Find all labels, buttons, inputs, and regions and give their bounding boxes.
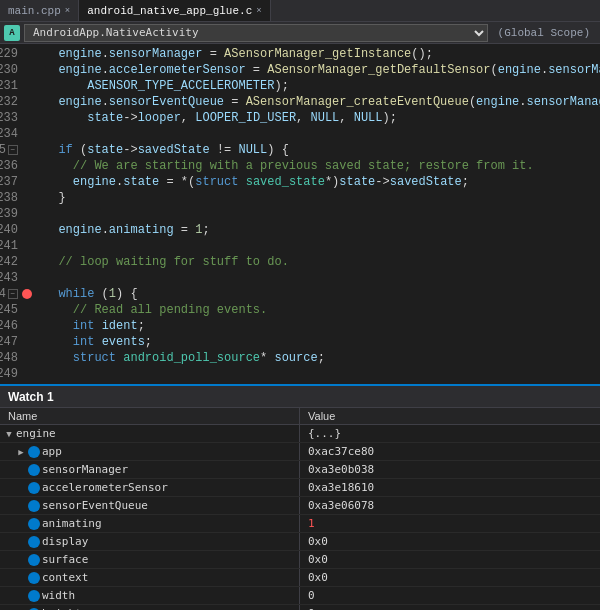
watch-value-width: 0 <box>300 587 600 604</box>
code-line-239 <box>44 206 600 222</box>
watch-table: Name Value ▼ engine {...} ▶ app 0xac37ce… <box>0 408 600 610</box>
code-line-238: } <box>44 190 600 206</box>
code-line-230: engine.accelerometerSensor = ASensorMana… <box>44 62 600 78</box>
toolbar-class-icon: A <box>4 25 20 41</box>
watch-name-accelerometersensor: accelerometerSensor <box>0 479 300 496</box>
tab-main-cpp[interactable]: main.cpp × <box>0 0 79 21</box>
watch-name-surface: surface <box>0 551 300 568</box>
watch-row-context[interactable]: context 0x0 <box>0 569 600 587</box>
code-line-247: int events; <box>44 334 600 350</box>
watch-name-width: width <box>0 587 300 604</box>
watch-row-width[interactable]: width 0 <box>0 587 600 605</box>
watch-name-height: height <box>0 605 300 610</box>
toolbar: A AndroidApp.NativeActivity (Global Scop… <box>0 22 600 44</box>
tab-bar: main.cpp × android_native_app_glue.c × <box>0 0 600 22</box>
code-line-245: // Read all pending events. <box>44 302 600 318</box>
code-line-231: ASENSOR_TYPE_ACCELEROMETER); <box>44 78 600 94</box>
watch-name-app: ▶ app <box>0 443 300 460</box>
code-line-229: engine.sensorManager = ASensorManager_ge… <box>44 46 600 62</box>
watch-row-engine[interactable]: ▼ engine {...} <box>0 425 600 443</box>
code-line-235: if (state->savedState != NULL) { <box>44 142 600 158</box>
tab-main-cpp-label: main.cpp <box>8 5 61 17</box>
debug-icon-display <box>28 536 40 548</box>
watch-value-height: 0 <box>300 605 600 610</box>
tab-android-glue-close[interactable]: × <box>256 6 261 16</box>
debug-icon-animating <box>28 518 40 530</box>
tab-android-glue-label: android_native_app_glue.c <box>87 5 252 17</box>
watch-row-animating[interactable]: animating 1 <box>0 515 600 533</box>
line-numbers: 229 230 231 232 233 234 235− 236 237 238… <box>0 44 40 384</box>
function-dropdown[interactable]: AndroidApp.NativeActivity <box>24 24 488 42</box>
tab-android-glue[interactable]: android_native_app_glue.c × <box>79 0 270 21</box>
debug-icon-app <box>28 446 40 458</box>
watch-row-sensoreventqueue[interactable]: sensorEventQueue 0xa3e06078 <box>0 497 600 515</box>
watch-value-sensoreventqueue: 0xa3e06078 <box>300 497 600 514</box>
code-line-244: while (1) { <box>44 286 600 302</box>
code-line-232: engine.sensorEventQueue = ASensorManager… <box>44 94 600 110</box>
code-line-236: // We are starting with a previous saved… <box>44 158 600 174</box>
expand-app[interactable]: ▶ <box>16 447 26 457</box>
debug-icon-width <box>28 590 40 602</box>
watch-value-display: 0x0 <box>300 533 600 550</box>
code-line-242: // loop waiting for stuff to do. <box>44 254 600 270</box>
watch-row-sensormanager[interactable]: sensorManager 0xa3e0b038 <box>0 461 600 479</box>
editor: 229 230 231 232 233 234 235− 236 237 238… <box>0 44 600 384</box>
watch-name-engine: ▼ engine <box>0 425 300 442</box>
watch-column-headers: Name Value <box>0 408 600 425</box>
debug-icon-context <box>28 572 40 584</box>
watch-value-engine: {...} <box>300 425 600 442</box>
tab-main-cpp-close[interactable]: × <box>65 6 70 16</box>
watch-col-value-header: Value <box>300 408 600 424</box>
expand-engine[interactable]: ▼ <box>4 429 14 439</box>
watch-panel: Watch 1 Name Value ▼ engine {...} ▶ app … <box>0 384 600 610</box>
watch-name-context: context <box>0 569 300 586</box>
code-line-241 <box>44 238 600 254</box>
watch-row-height[interactable]: height 0 <box>0 605 600 610</box>
code-line-237: engine.state = *(struct saved_state*)sta… <box>44 174 600 190</box>
watch-value-sensormanager: 0xa3e0b038 <box>300 461 600 478</box>
code-line-243 <box>44 270 600 286</box>
watch-value-accelerometersensor: 0xa3e18610 <box>300 479 600 496</box>
scope-label: (Global Scope) <box>492 27 596 39</box>
watch-name-sensoreventqueue: sensorEventQueue <box>0 497 300 514</box>
watch-name-sensormanager: sensorManager <box>0 461 300 478</box>
watch-col-name-header: Name <box>0 408 300 424</box>
watch-row-app[interactable]: ▶ app 0xac37ce80 <box>0 443 600 461</box>
fold-icon-244[interactable]: − <box>8 289 18 299</box>
watch-row-display[interactable]: display 0x0 <box>0 533 600 551</box>
code-line-246: int ident; <box>44 318 600 334</box>
debug-icon-sensoreventqueue <box>28 500 40 512</box>
watch-value-surface: 0x0 <box>300 551 600 568</box>
fold-icon-235[interactable]: − <box>8 145 18 155</box>
watch-row-accelerometersensor[interactable]: accelerometerSensor 0xa3e18610 <box>0 479 600 497</box>
watch-title: Watch 1 <box>0 386 600 408</box>
watch-name-display: display <box>0 533 300 550</box>
code-area: engine.sensorManager = ASensorManager_ge… <box>40 44 600 384</box>
watch-row-surface[interactable]: surface 0x0 <box>0 551 600 569</box>
code-line-250: // If not animating, we will block forev… <box>44 382 600 384</box>
watch-name-animating: animating <box>0 515 300 532</box>
debug-icon-sensormanager <box>28 464 40 476</box>
debug-icon-surface <box>28 554 40 566</box>
code-line-233: state->looper, LOOPER_ID_USER, NULL, NUL… <box>44 110 600 126</box>
watch-value-app: 0xac37ce80 <box>300 443 600 460</box>
watch-value-animating: 1 <box>300 515 600 532</box>
code-line-249 <box>44 366 600 382</box>
code-line-248: struct android_poll_source* source; <box>44 350 600 366</box>
breakpoint-244[interactable] <box>22 289 32 299</box>
debug-icon-accelerometersensor <box>28 482 40 494</box>
watch-value-context: 0x0 <box>300 569 600 586</box>
code-line-240: engine.animating = 1; <box>44 222 600 238</box>
code-line-234 <box>44 126 600 142</box>
